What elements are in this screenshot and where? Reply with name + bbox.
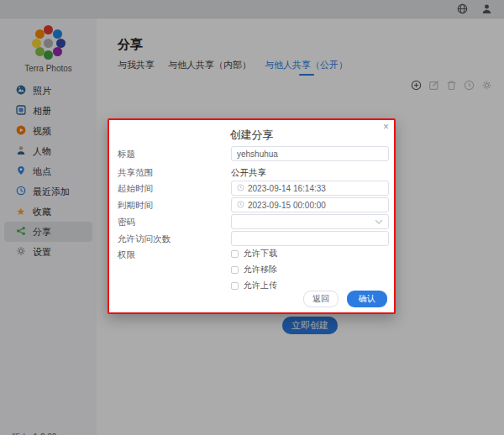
expire-time-label: 到期时间 [118,200,153,212]
start-time-value: 2023-09-14 16:14:33 [248,184,326,193]
expire-time-input[interactable]: 2023-09-15 00:00:00 [231,197,389,212]
permissions-label: 权限 [118,249,135,261]
permission-row-remove: 允许移除 [231,264,277,275]
permission-row-upload: 允许上传 [231,280,277,291]
create-share-dialog: × 创建分享 标题 共享范围 公开共享 起始时间 2023-09-14 16:1… [108,118,396,314]
start-time-label: 起始时间 [118,183,153,195]
allow-remove-checkbox[interactable] [231,266,239,274]
password-field-label: 密码 [118,217,135,228]
app-window: Terra Photos 照片 [0,0,504,435]
title-input[interactable] [231,146,389,161]
back-button[interactable]: 返回 [303,291,339,307]
allow-upload-checkbox[interactable] [231,282,239,290]
scope-value: 公开共享 [231,167,389,179]
clock-icon [237,201,244,210]
confirm-button[interactable]: 确认 [347,291,387,307]
permission-row-download: 允许下载 [231,248,277,259]
title-field-label: 标题 [118,149,135,160]
allow-download-checkbox[interactable] [231,250,239,258]
chevron-down-icon [375,218,383,227]
close-icon[interactable]: × [383,121,389,133]
password-select[interactable] [231,214,389,229]
dialog-title: 创建分享 [109,128,394,143]
allow-download-label: 允许下载 [244,248,277,259]
allow-remove-label: 允许移除 [244,264,277,275]
allow-upload-label: 允许上传 [244,280,277,291]
dialog-footer: 返回 确认 [303,291,387,307]
expire-time-value: 2023-09-15 00:00:00 [248,201,326,210]
visits-field-label: 允许访问次数 [118,233,171,245]
visits-input[interactable] [231,231,389,246]
start-time-input[interactable]: 2023-09-14 16:14:33 [231,181,389,196]
clock-icon [237,184,244,193]
scope-field-label: 共享范围 [118,167,153,179]
